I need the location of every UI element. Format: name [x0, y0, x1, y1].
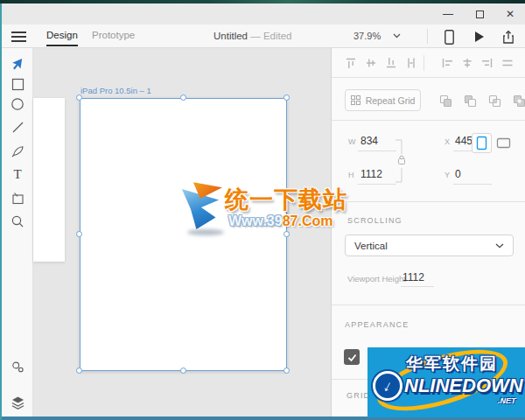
- distribute-vertical-icon[interactable]: [403, 55, 419, 71]
- width-label: W: [348, 137, 356, 146]
- landscape-orientation-button[interactable]: [494, 133, 514, 153]
- partial-artboard[interactable]: [33, 98, 65, 262]
- ellipse-tool-icon[interactable]: [10, 96, 25, 112]
- selection-handle-bottom-left[interactable]: [76, 368, 82, 374]
- boolean-intersect-icon[interactable]: [486, 93, 502, 108]
- align-horizontal-center-icon[interactable]: [459, 55, 475, 71]
- section-divider: [332, 201, 525, 202]
- y-field[interactable]: 0: [455, 168, 461, 180]
- zoom-level-value: 37.9%: [354, 31, 381, 41]
- selection-handle-bottom-middle[interactable]: [180, 368, 186, 374]
- section-divider: [332, 304, 525, 305]
- portrait-icon: [476, 136, 487, 150]
- document-title: Untitled — Edited: [214, 31, 292, 41]
- play-glyph: [475, 32, 484, 42]
- x-label: X: [444, 137, 450, 146]
- viewport-height-field[interactable]: 1112: [402, 271, 424, 284]
- chevron-down-icon: [393, 33, 401, 38]
- artboard-ipad-pro[interactable]: [80, 98, 287, 371]
- zoom-tool-icon[interactable]: [10, 214, 25, 229]
- selection-handle-middle-left[interactable]: [76, 231, 82, 237]
- text-tool-icon[interactable]: T: [10, 166, 25, 182]
- repeat-grid-icon: [351, 95, 360, 105]
- grid-section-label: GRID: [346, 391, 370, 400]
- pen-tool-icon[interactable]: [10, 143, 25, 158]
- assets-icon[interactable]: [10, 359, 25, 374]
- tab-prototype[interactable]: Prototype: [92, 30, 135, 40]
- design-canvas[interactable]: iPad Pro 10.5in – 1: [33, 48, 331, 416]
- maximize-glyph: [476, 10, 484, 18]
- repeat-grid-label: Repeat Grid: [366, 95, 416, 106]
- artboard-tool-icon[interactable]: [10, 190, 25, 206]
- landscape-icon: [496, 137, 511, 149]
- line-tool-icon[interactable]: [10, 119, 25, 135]
- desktop-edge-left: [0, 4, 2, 420]
- portrait-orientation-button[interactable]: [472, 133, 492, 153]
- share-icon[interactable]: [498, 29, 519, 45]
- width-field[interactable]: 834: [360, 135, 378, 147]
- section-divider: [332, 379, 525, 380]
- artboard-label[interactable]: iPad Pro 10.5in – 1: [80, 86, 151, 95]
- selection-handle-bottom-right[interactable]: [284, 368, 290, 374]
- section-divider: [332, 77, 525, 78]
- minimize-icon[interactable]: —: [435, 4, 461, 24]
- desktop-edge-bottom: [0, 416, 525, 420]
- appearance-section-label: APPEARANCE: [345, 320, 410, 329]
- scrolling-mode-value: Vertical: [354, 241, 388, 251]
- selection-handle-top-right[interactable]: [284, 94, 290, 101]
- align-right-icon[interactable]: [480, 55, 495, 71]
- section-divider: [332, 120, 525, 121]
- title-separator: —: [250, 31, 261, 41]
- selection-handle-middle-right[interactable]: [284, 231, 290, 237]
- x-field[interactable]: 445: [455, 135, 472, 147]
- play-preview-icon[interactable]: [469, 29, 490, 45]
- chevron-down-icon: [495, 243, 504, 248]
- alignment-divider: [424, 55, 435, 71]
- tab-design[interactable]: Design: [46, 30, 78, 40]
- viewport-height-label: Viewport Height: [347, 274, 406, 284]
- rectangle-tool-icon[interactable]: [10, 76, 25, 92]
- scrolling-section-label: SCROLLING: [347, 216, 402, 225]
- width-field-underline: [358, 150, 396, 151]
- selection-handle-top-left[interactable]: [76, 94, 82, 101]
- repeat-grid-button[interactable]: Repeat Grid: [345, 89, 421, 111]
- align-left-icon[interactable]: [439, 55, 455, 71]
- viewport-height-underline: [401, 286, 434, 287]
- device-preview-icon[interactable]: [438, 29, 459, 45]
- scrolling-mode-dropdown[interactable]: Vertical: [345, 234, 514, 256]
- boolean-subtract-icon[interactable]: [462, 93, 478, 108]
- hamburger-menu-icon[interactable]: [11, 32, 26, 42]
- align-vertical-center-icon[interactable]: [363, 55, 379, 71]
- height-label: H: [348, 171, 354, 179]
- align-bottom-icon[interactable]: [383, 55, 399, 71]
- check-icon: [346, 352, 358, 363]
- document-status: Edited: [263, 31, 292, 41]
- tool-bar: T: [2, 48, 33, 416]
- property-inspector: Repeat Grid W 834 X 445 H 1112 Y 0: [331, 48, 525, 416]
- distribute-horizontal-icon[interactable]: [500, 55, 515, 71]
- height-field-underline: [358, 184, 396, 185]
- xd-app-window: — ✕ Design Prototype Untitled — Edited 3…: [0, 0, 525, 420]
- y-field-underline: [453, 184, 492, 185]
- alignment-toolbar: [343, 55, 515, 71]
- boolean-exclude-icon[interactable]: [511, 93, 525, 108]
- document-name: Untitled: [214, 31, 248, 41]
- zoom-level-control[interactable]: 37.9%: [354, 31, 401, 41]
- app-bar: Design Prototype Untitled — Edited 37.9%: [2, 24, 525, 48]
- close-icon[interactable]: ✕: [497, 4, 523, 24]
- align-top-icon[interactable]: [343, 55, 359, 71]
- layers-icon[interactable]: [10, 395, 25, 410]
- selection-handle-top-middle[interactable]: [180, 94, 186, 101]
- select-tool-icon[interactable]: [10, 56, 25, 72]
- lock-aspect-ratio-icon[interactable]: [395, 139, 407, 183]
- appearance-checkbox[interactable]: [344, 349, 360, 365]
- y-label: Y: [444, 171, 450, 179]
- maximize-icon[interactable]: [466, 4, 493, 24]
- header-divider: [427, 29, 428, 44]
- boolean-ops-toolbar: [438, 93, 525, 108]
- boolean-add-icon[interactable]: [438, 93, 453, 108]
- height-field[interactable]: 1112: [360, 168, 382, 180]
- title-bar: — ✕: [2, 4, 525, 24]
